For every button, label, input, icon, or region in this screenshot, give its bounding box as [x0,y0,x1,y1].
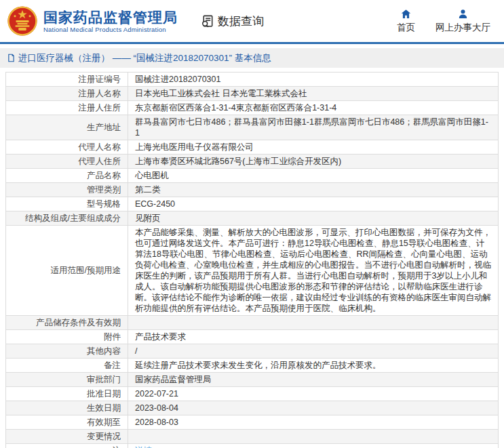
table-row: 其他内容 / [6,344,499,359]
table-row: 代理人名称 上海光电医用电子仪器有限公司 [6,140,499,155]
national-emblem-logo [7,5,38,37]
row-label: 变更情况 [6,430,128,444]
table-row: 结构及组成/主要组成成分 见附页 [6,211,499,226]
row-label: 附件 [6,330,128,344]
row-value: 2028-08-03 [128,415,499,430]
table-row: 附件 产品技术要求 [6,330,499,344]
row-label: 备注 [6,359,128,373]
row-label: 产品名称 [6,169,128,183]
row-label: 审批部门 [6,373,128,387]
site-title: 国家药品监督管理局 [43,9,178,26]
row-value: 延续注册产品技术要求未发生变化，沿用原核发的产品技术要求。 [128,359,499,373]
table-row: 生效日期 2023-08-04 [6,401,499,415]
table-row: 注册人名称 日本光电工业株式会社 日本光電工業株式会社 [6,87,499,101]
row-value: 详情 [128,444,499,448]
row-value [128,316,499,330]
nav-service-hall-label: 网上办事大厅 [435,22,490,34]
row-label: 代理人住所 [6,155,128,169]
row-value: ECG-2450 [128,197,499,211]
row-label: 其他内容 [6,344,128,359]
header-nav: 首页 网上办事大厅 [397,8,495,34]
row-value: 国家药品监督管理局 [128,373,499,387]
user-icon [457,8,469,20]
row-label: 结构及组成/主要组成成分 [6,211,128,226]
table-row: 注册证编号 国械注进20182070301 [6,73,499,87]
home-icon [400,8,412,20]
document-magnifier-icon [201,14,215,28]
row-value: 群马县富冈市七日市486；群马县富冈市田篠1-1群馬県富岡市七日市486；群馬県… [128,115,499,140]
table-row: 生产地址 群马县富冈市七日市486；群马县富冈市田篠1-1群馬県富岡市七日市48… [6,115,499,140]
row-value: 上海光电医用电子仪器有限公司 [128,140,499,155]
table-row: 型号规格 ECG-2450 [6,197,499,211]
row-value: 上海市奉贤区环城北路567号(上海市工业综合开发区内) [128,155,499,169]
site-subtitle: National Medical Products Administration [43,26,178,33]
table-row: 备注 延续注册产品技术要求未发生变化，沿用原核发的产品技术要求。 [6,359,499,373]
data-query-label: 数据查询 [218,14,264,29]
row-label: 生产地址 [6,115,128,140]
nav-service-hall[interactable]: 网上办事大厅 [435,8,490,34]
main-content: 注册证编号 国械注进20182070301 注册人名称 日本光电工业株式会社 日… [0,68,504,448]
table-row: 产品名称 心电图机 [6,169,499,183]
row-value: 2022-07-21 [128,387,499,401]
row-label: 型号规格 [6,197,128,211]
brand-block: 国家药品监督管理局 National Medical Products Admi… [43,9,178,33]
nav-home[interactable]: 首页 [397,8,415,34]
row-value: 本产品能够采集、测量、解析放大的心电图波形，可显示、打印心电图数据，并可保存为文… [128,226,499,316]
nav-home-label: 首页 [397,22,415,34]
row-label: ●注 [6,444,128,448]
breadcrumb-bar: 进口医疗器械（注册） —— “国械注进20182070301” 基本信息 [0,48,504,68]
row-value: 东京都新宿区西落合1-31-4東京都新宿区西落合1-31-4 [128,101,499,115]
table-row: 适用范围/预期用途 本产品能够采集、测量、解析放大的心电图波形，可显示、打印心电… [6,226,499,316]
document-icon [7,54,16,62]
table-row: 产品储存条件及有效期 [6,316,499,330]
row-label: 注册人住所 [6,101,128,115]
table-row: 代理人住所 上海市奉贤区环城北路567号(上海市工业综合开发区内) [6,155,499,169]
row-value: 见附页 [128,211,499,226]
row-label: 注册证编号 [6,73,128,87]
table-row: 有效期至 2028-08-03 [6,415,499,430]
row-value: 2023-08-04 [128,401,499,415]
row-value: 产品技术要求 [128,330,499,344]
row-label: 代理人名称 [6,140,128,155]
row-label: 注册人名称 [6,87,128,101]
row-value: 日本光电工业株式会社 日本光電工業株式会社 [128,87,499,101]
table-row: 注册人住所 东京都新宿区西落合1-31-4東京都新宿区西落合1-31-4 [6,101,499,115]
table-row: 管理类别 第二类 [6,183,499,197]
row-label: 生效日期 [6,401,128,415]
row-value: 心电图机 [128,169,499,183]
row-label: 产品储存条件及有效期 [6,316,128,330]
row-label: 适用范围/预期用途 [6,226,128,316]
table-row: 批准日期 2022-07-21 [6,387,499,401]
table-row: 变更情况 [6,430,499,444]
row-value: 第二类 [128,183,499,197]
row-value [128,430,499,444]
row-label: 批准日期 [6,387,128,401]
row-label: 有效期至 [6,415,128,430]
breadcrumb-text: 进口医疗器械（注册） —— “国械注进20182070301” 基本信息 [18,52,271,64]
data-query-tab[interactable]: 数据查询 [201,14,264,29]
table-row-note: ●注 详情 [6,444,499,448]
row-value: / [128,344,499,359]
row-label: 管理类别 [6,183,128,197]
site-header: 国家药品监督管理局 National Medical Products Admi… [0,0,504,42]
row-value: 国械注进20182070301 [128,73,499,87]
table-row: 审批部门 国家药品监督管理局 [6,373,499,387]
registration-info-table: 注册证编号 国械注进20182070301 注册人名称 日本光电工业株式会社 日… [5,72,499,448]
